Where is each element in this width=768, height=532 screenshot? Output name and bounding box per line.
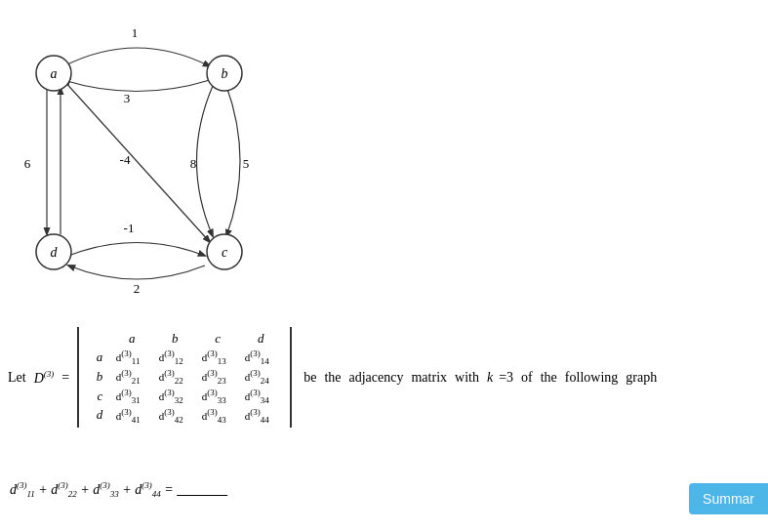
cell-43: d(3)43 xyxy=(192,407,235,425)
cell-31: d(3)31 xyxy=(106,388,149,405)
svg-text:-1: -1 xyxy=(124,221,135,235)
be-text: be xyxy=(303,370,316,386)
col-header-a: a xyxy=(110,331,153,347)
svg-text:8: 8 xyxy=(190,156,197,171)
cell-44: d(3)44 xyxy=(235,407,278,425)
cell-14: d(3)14 xyxy=(235,348,278,366)
cell-24: d(3)24 xyxy=(235,368,278,386)
following-text: following xyxy=(565,370,618,386)
svg-text:c: c xyxy=(222,245,228,260)
with-text: with xyxy=(455,370,479,386)
row-header-b: b xyxy=(87,369,106,385)
matrix-container: a b c d a d(3)11 d(3)12 d(3)13 d(3)14 b … xyxy=(77,327,292,428)
svg-text:6: 6 xyxy=(24,156,31,171)
adjacency-text: adjacency xyxy=(349,370,404,386)
cell-22: d(3)22 xyxy=(149,368,192,386)
svg-text:2: 2 xyxy=(134,281,141,296)
svg-text:b: b xyxy=(222,66,228,81)
row-header-a: a xyxy=(87,349,106,365)
row-header-c: c xyxy=(87,389,106,404)
col-header-d: d xyxy=(239,331,282,347)
matrix-text: matrix xyxy=(411,370,447,386)
summary-button[interactable]: Summar xyxy=(689,483,768,514)
svg-text:d: d xyxy=(51,245,59,260)
svg-text:1: 1 xyxy=(132,25,139,40)
of-text: of xyxy=(521,370,533,386)
cell-33: d(3)33 xyxy=(192,388,235,405)
row-header-d: d xyxy=(87,407,106,423)
svg-text:5: 5 xyxy=(243,156,250,171)
matrix-d-label: D(3) xyxy=(34,369,55,387)
cell-11: d(3)11 xyxy=(106,348,149,366)
cell-13: d(3)13 xyxy=(192,348,235,366)
graph-text: graph xyxy=(626,370,657,386)
cell-32: d(3)32 xyxy=(149,388,192,405)
the2-text: the xyxy=(541,370,557,386)
matrix-equals: = xyxy=(61,370,69,386)
svg-text:a: a xyxy=(51,66,58,81)
cell-34: d(3)34 xyxy=(235,388,278,405)
cell-12: d(3)12 xyxy=(149,348,192,366)
cell-42: d(3)42 xyxy=(149,407,192,425)
k-text: k xyxy=(487,370,493,386)
col-header-b: b xyxy=(153,331,196,347)
cell-41: d(3)41 xyxy=(106,407,149,425)
cell-23: d(3)23 xyxy=(192,368,235,386)
the-text: the xyxy=(324,370,341,386)
equals3-text: =3 xyxy=(499,370,513,386)
cell-21: d(3)21 xyxy=(106,368,149,386)
equation-line: d(3)11 + d(3)22 + d(3)33 + d(3)44 = xyxy=(10,480,227,499)
col-header-c: c xyxy=(196,331,239,347)
svg-text:-4: -4 xyxy=(120,152,131,167)
svg-text:3: 3 xyxy=(124,91,131,105)
graph-diagram: a b c d 1 3 6 -4 8 5 -1 2 xyxy=(10,10,283,303)
let-label: Let xyxy=(8,370,26,386)
